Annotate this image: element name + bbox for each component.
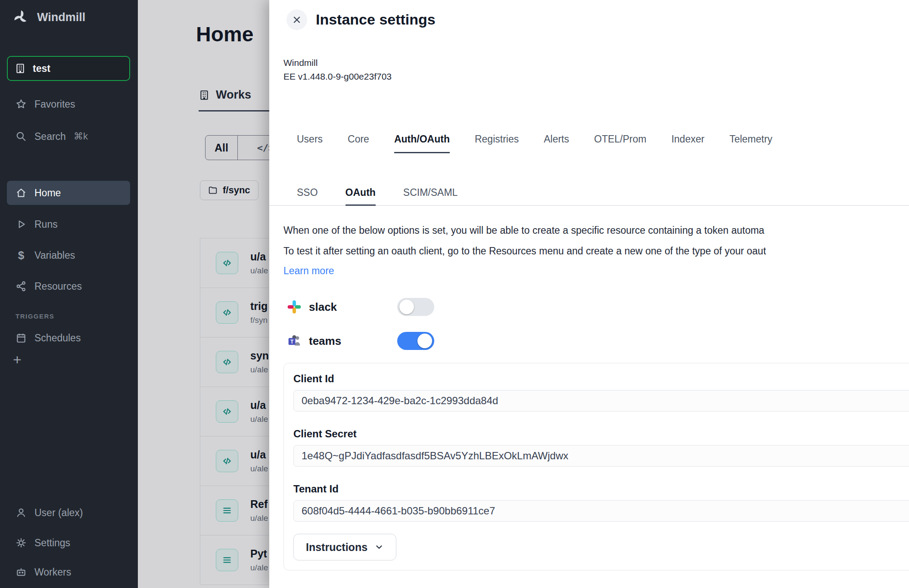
worker-icon	[16, 566, 27, 578]
sidebar-item-variables[interactable]: $ Variables	[7, 243, 130, 268]
add-trigger-button[interactable]: +	[13, 352, 22, 367]
sidebar-item-resources[interactable]: Resources	[7, 274, 130, 299]
triggers-section-label: TRIGGERS	[16, 313, 54, 320]
sidebar-item-label: Resources	[34, 281, 82, 292]
sidebar-item-runs[interactable]: Runs	[7, 212, 130, 237]
client-secret-label: Client Secret	[293, 428, 909, 440]
provider-row-slack: slack	[287, 296, 434, 318]
sidebar-item-user[interactable]: User (alex)	[7, 500, 130, 525]
app-version: EE v1.448.0-9-g00e23f703	[283, 71, 392, 82]
calendar-icon	[16, 332, 27, 344]
sidebar-item-label: Workers	[34, 566, 71, 578]
tab-auth-oauth[interactable]: Auth/OAuth	[394, 133, 450, 153]
tab-users[interactable]: Users	[297, 133, 323, 153]
workspace-selector[interactable]: test	[7, 56, 130, 81]
instructions-button[interactable]: Instructions	[293, 534, 396, 560]
tab-telemetry[interactable]: Telemetry	[729, 133, 772, 153]
user-icon	[16, 507, 27, 518]
client-id-field[interactable]	[293, 390, 909, 412]
settings-tabs: Users Core Auth/OAuth Registries Alerts …	[297, 133, 772, 153]
sidebar-item-label: User (alex)	[34, 507, 83, 519]
description-line-2: To test it after setting an oauth client…	[283, 245, 766, 257]
subtab-scim-saml[interactable]: SCIM/SAML	[403, 187, 458, 206]
teams-icon: T	[287, 334, 301, 348]
brand-name: Windmill	[37, 11, 85, 24]
provider-name: teams	[309, 334, 397, 348]
sidebar-item-workers[interactable]: Workers	[7, 560, 130, 585]
search-icon	[16, 131, 27, 142]
tenant-id-label: Tenant Id	[293, 483, 909, 495]
tab-otel-prom[interactable]: OTEL/Prom	[594, 133, 646, 153]
windmill-logo-icon	[12, 9, 29, 26]
sidebar-item-label: Home	[34, 187, 61, 199]
sidebar-item-search[interactable]: Search ⌘k	[7, 124, 130, 149]
star-icon	[16, 99, 27, 110]
brand: Windmill	[12, 9, 85, 26]
tab-core[interactable]: Core	[348, 133, 369, 153]
sidebar-item-label: Runs	[34, 219, 58, 230]
tab-alerts[interactable]: Alerts	[544, 133, 569, 153]
provider-name: slack	[309, 300, 397, 314]
drawer-title: Instance settings	[316, 11, 436, 28]
description-line-1: When one of the below options is set, yo…	[283, 225, 764, 236]
close-button[interactable]	[286, 9, 307, 30]
gear-icon	[16, 537, 27, 548]
tenant-id-field[interactable]	[293, 500, 909, 522]
search-shortcut: ⌘k	[74, 131, 88, 142]
close-icon	[292, 15, 302, 25]
toggle-knob	[417, 334, 432, 348]
sidebar-item-label: Favorites	[34, 99, 75, 110]
subtab-oauth[interactable]: OAuth	[346, 187, 376, 206]
sidebar-item-schedules[interactable]: Schedules	[7, 325, 130, 350]
auth-subtabs: SSO OAuth SCIM/SAML	[269, 181, 909, 206]
sidebar-item-settings[interactable]: Settings	[7, 530, 130, 555]
slack-toggle[interactable]	[397, 298, 434, 316]
instructions-label: Instructions	[306, 541, 367, 554]
sidebar-item-label: Settings	[34, 537, 70, 549]
provider-row-teams: T teams	[287, 330, 434, 352]
play-icon	[16, 219, 27, 230]
client-secret-field[interactable]	[293, 445, 909, 467]
subtab-sso[interactable]: SSO	[297, 187, 318, 206]
sidebar: Windmill test Favorites Search ⌘k	[0, 0, 138, 588]
sidebar-item-home[interactable]: Home	[7, 181, 130, 205]
sidebar-item-label: Schedules	[34, 332, 81, 344]
sidebar-item-favorites[interactable]: Favorites	[7, 92, 130, 117]
sidebar-item-label: Search	[34, 131, 66, 142]
tab-indexer[interactable]: Indexer	[671, 133, 704, 153]
tab-registries[interactable]: Registries	[475, 133, 519, 153]
dollar-icon: $	[16, 249, 27, 262]
instance-settings-drawer: Instance settings Windmill EE v1.448.0-9…	[269, 0, 909, 588]
workspace-name: test	[33, 63, 50, 74]
teams-oauth-config: Client Id Client Secret Tenant Id Instru…	[283, 363, 909, 570]
client-id-label: Client Id	[293, 373, 909, 385]
home-icon	[16, 187, 27, 198]
svg-text:T: T	[290, 339, 294, 345]
learn-more-link[interactable]: Learn more	[283, 265, 334, 277]
sidebar-item-label: Variables	[34, 250, 75, 261]
nodes-icon	[16, 281, 27, 292]
slack-icon	[287, 300, 301, 314]
building-icon	[15, 63, 26, 74]
teams-toggle[interactable]	[397, 332, 434, 350]
toggle-knob	[399, 300, 414, 314]
app-name: Windmill	[283, 58, 318, 68]
chevron-down-icon	[374, 542, 384, 552]
